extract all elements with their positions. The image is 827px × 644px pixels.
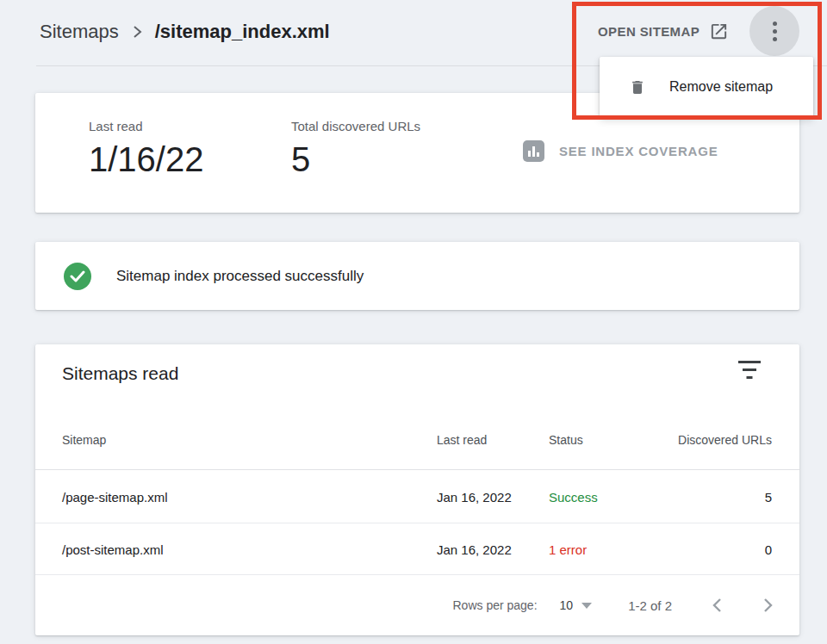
pagination-range: 1-2 of 2 [628,598,672,613]
status-banner-message: Sitemap index processed successfully [116,268,364,285]
cell-last-read: Jan 16, 2022 [437,542,512,556]
rows-per-page-label: Rows per page: [452,598,537,612]
breadcrumb-sitemaps-link[interactable]: Sitemaps [40,21,119,43]
cell-discovered-urls: 5 [765,489,772,504]
see-index-coverage-button[interactable]: SEE INDEX COVERAGE [523,140,718,162]
cell-sitemap: /post-sitemap.xml [62,542,164,556]
column-header-sitemap: Sitemap [62,433,106,447]
table-title: Sitemaps read [62,363,178,384]
dropdown-caret-icon[interactable] [581,603,592,609]
cell-discovered-urls: 0 [765,542,772,556]
breadcrumb: Sitemaps /sitemap_index.xml [40,21,330,43]
stat-last-read-label: Last read [89,119,203,133]
menu-item-remove-sitemap[interactable]: Remove sitemap [669,79,773,95]
column-header-status: Status [549,433,583,447]
stat-total-urls-value: 5 [291,140,420,179]
cell-status: Success [549,489,598,504]
see-index-coverage-label: SEE INDEX COVERAGE [559,144,718,158]
sitemaps-read-card: Sitemaps read Sitemap Last read Status D… [35,344,799,635]
stat-total-discovered-urls: Total discovered URLs 5 [291,119,420,179]
rows-per-page-value[interactable]: 10 [560,598,574,612]
stat-last-read: Last read 1/16/22 [89,119,203,179]
cell-last-read: Jan 16, 2022 [437,489,512,504]
table-row[interactable]: /page-sitemap.xml Jan 16, 2022 Success 5 [35,470,799,523]
kebab-menu-icon [773,22,777,26]
kebab-menu-button[interactable] [749,6,799,56]
stat-total-urls-label: Total discovered URLs [291,119,420,133]
cell-status: 1 error [549,542,587,556]
column-header-discovered-urls: Discovered URLs [678,433,772,447]
open-sitemap-button[interactable]: OPEN SITEMAP [598,19,729,43]
kebab-dropdown-menu: Remove sitemap [600,57,813,117]
bar-chart-icon [523,140,544,162]
check-circle-icon [64,263,91,290]
breadcrumb-current-sitemap: /sitemap_index.xml [155,21,330,43]
filter-icon[interactable] [737,361,762,383]
table-header-row: Sitemap Last read Status Discovered URLs [35,413,799,470]
cell-sitemap: /page-sitemap.xml [62,489,168,504]
sitemap-details-page: Sitemaps /sitemap_index.xml OPEN SITEMAP… [0,0,827,644]
table-pagination: Rows per page: 10 1-2 of 2 [35,575,799,635]
trash-icon [629,77,646,97]
open-sitemap-label: OPEN SITEMAP [598,24,700,39]
chevron-right-pagination-icon[interactable] [762,597,774,614]
status-banner: Sitemap index processed successfully [35,242,799,310]
open-in-new-icon [709,22,729,41]
chevron-left-icon[interactable] [712,597,723,614]
column-header-last-read: Last read [437,433,487,447]
stat-last-read-value: 1/16/22 [89,140,203,179]
chevron-right-icon [131,23,143,40]
table-row[interactable]: /post-sitemap.xml Jan 16, 2022 1 error 0 [35,523,799,575]
